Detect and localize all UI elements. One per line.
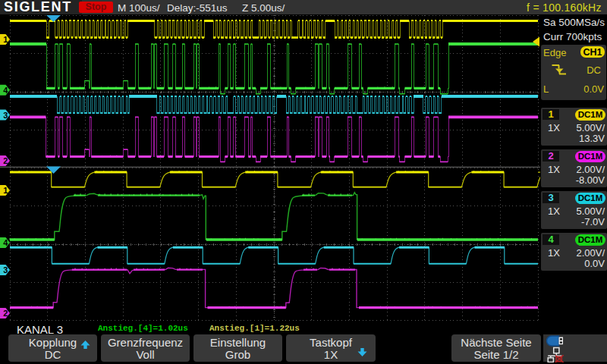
svg-text:3: 3 <box>3 111 8 120</box>
svg-text:3: 3 <box>3 265 8 275</box>
svg-text:4: 4 <box>3 86 8 95</box>
svg-text:1: 1 <box>3 35 8 44</box>
svg-text:4: 4 <box>3 238 8 247</box>
svg-text:2: 2 <box>3 309 8 318</box>
svg-text:1: 1 <box>3 186 8 195</box>
svg-text:2: 2 <box>3 156 8 165</box>
